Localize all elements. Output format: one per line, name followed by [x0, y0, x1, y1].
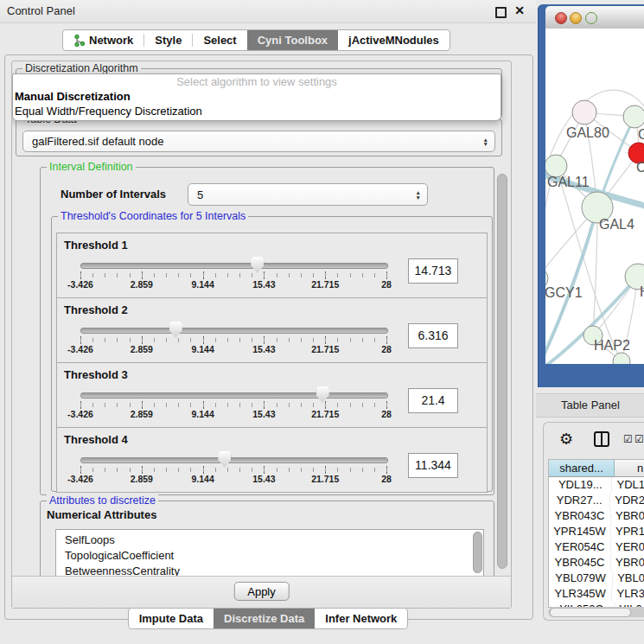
column-header-name[interactable]: n — [615, 460, 644, 477]
list-scrollbar[interactable] — [473, 532, 482, 573]
checkbox-icon[interactable]: ☑ — [634, 433, 644, 445]
tick-label: 28 — [381, 344, 392, 354]
mac-close-button[interactable] — [555, 12, 567, 24]
table-data-combobox[interactable]: galFiltered.sif default node ▲▼ — [22, 131, 495, 152]
cell: YBR045C — [549, 555, 611, 571]
tab-discretize-data-label: Discretize Data — [224, 612, 304, 625]
table-toolbar: ⚙ ☑ ☑ — [544, 428, 644, 452]
attributes-group: Attributes to discretize Numerical Attri… — [40, 501, 494, 577]
tick-label: -3.426 — [67, 409, 93, 419]
apply-button[interactable]: Apply — [233, 582, 290, 601]
cell: YBR0 — [611, 508, 644, 524]
float-window-icon[interactable] — [495, 7, 507, 18]
tick-labels: -3.426 2.859 9.144 15.43 21.715 28 — [80, 344, 386, 355]
threshold-1-slider[interactable] — [80, 263, 388, 269]
settings-scrollbar[interactable] — [497, 174, 507, 569]
threshold-label: Threshold 4 — [64, 433, 128, 446]
gear-icon[interactable]: ⚙ — [559, 430, 573, 449]
threshold-4-slider[interactable] — [80, 457, 388, 463]
cell: YBR043C — [549, 508, 611, 524]
cell: YER054C — [549, 539, 611, 555]
threshold-3-panel: Threshold 3 -3.426 2.859 9.144 15.43 — [56, 362, 488, 428]
tab-network-label: Network — [89, 34, 133, 47]
tab-cyni-toolbox[interactable]: Cyni Toolbox — [247, 30, 338, 50]
tick-labels: -3.426 2.859 9.144 15.43 21.715 28 — [80, 409, 386, 420]
tick-label: 15.43 — [252, 344, 275, 354]
threshold-4-value-field[interactable]: 11.344 — [408, 453, 458, 478]
table-row[interactable]: YDR27...YDR2 — [549, 493, 644, 508]
list-item[interactable]: SelfLoops — [56, 532, 483, 548]
network-window-titlebar — [545, 6, 644, 29]
bottom-tab-strip: Impute Data Discretize Data Infer Networ… — [128, 608, 409, 629]
tick-labels: -3.426 2.859 9.144 15.43 21.715 28 — [80, 279, 386, 290]
tick-label: 2.859 — [131, 409, 153, 419]
tick-label: 21.715 — [311, 279, 339, 290]
tick-label: 21.715 — [311, 474, 339, 484]
slider-minor-ticks — [80, 273, 388, 277]
threshold-2-value-field[interactable]: 6.316 — [408, 323, 458, 348]
tab-select[interactable]: Select — [193, 30, 246, 50]
tab-style[interactable]: Style — [144, 30, 192, 50]
table-row[interactable]: YBL079WYBL0 — [549, 571, 644, 586]
threshold-3-slider[interactable] — [80, 392, 388, 399]
tick-label: 2.859 — [131, 474, 153, 484]
tick-label: 21.715 — [311, 409, 339, 419]
network-window: GAL80 G C GAL11 GAL4 GCY1 H HAP2 — [538, 4, 644, 387]
panel-title: Control Panel — [7, 4, 75, 17]
table-row[interactable]: YLR345WYLR3 — [549, 586, 644, 602]
threshold-label: Threshold 3 — [64, 368, 128, 381]
cell: YDR2 — [610, 493, 644, 508]
tick-label: 2.859 — [131, 344, 153, 354]
network-icon — [73, 35, 85, 47]
node-label: H — [640, 284, 644, 300]
tick-label: 9.144 — [191, 279, 214, 290]
table-data-value: galFiltered.sif default node — [32, 131, 163, 151]
threshold-4-panel: Threshold 4 -3.426 2.859 9.144 15.43 — [56, 427, 488, 493]
threshold-rows: Threshold 1 -3.426 2.859 9.144 15.43 — [56, 233, 486, 493]
algorithm-dropdown-popup: Select algorithm to view settings Manual… — [12, 73, 501, 121]
settings-footer: Apply — [12, 576, 511, 608]
tick-labels: -3.426 2.859 9.144 15.43 21.715 28 — [80, 474, 386, 485]
column-header-shared-name[interactable]: shared... — [549, 460, 615, 477]
network-graph — [545, 29, 644, 364]
tab-discretize-data[interactable]: Discretize Data — [214, 609, 315, 628]
number-of-intervals-combobox[interactable]: 5 ▲▼ — [188, 183, 428, 206]
threshold-3-value-field[interactable]: 21.4 — [408, 388, 458, 413]
scrollbar-thumb[interactable] — [550, 608, 631, 617]
top-tab-bar: Network Style Select Cyni Toolbox jActiv… — [62, 29, 450, 51]
mac-minimize-button[interactable] — [570, 12, 582, 24]
cell: YPR145W — [549, 524, 611, 539]
tab-select-label: Select — [203, 34, 236, 47]
cell: YLR345W — [549, 586, 612, 602]
table-row[interactable]: YDL19...YDL1 — [549, 477, 644, 493]
threshold-2-slider[interactable] — [80, 328, 388, 334]
node-label: GAL4 — [599, 217, 634, 233]
interval-group-title: Interval Definition — [47, 161, 136, 173]
threshold-1-value-field[interactable]: 14.713 — [408, 258, 458, 284]
dropdown-option-equal-width[interactable]: Equal Width/Frequency Discretization — [13, 104, 501, 118]
tick-label: -3.426 — [67, 279, 93, 290]
tab-jactivemnodules[interactable]: jActiveMNodules — [338, 30, 450, 50]
table-row[interactable]: YER054CYER0 — [549, 539, 644, 555]
table-horizontal-scrollbar[interactable] — [548, 607, 644, 617]
tab-impute-data[interactable]: Impute Data — [129, 609, 214, 628]
control-panel-titlebar: Control Panel ✕ — [0, 0, 536, 23]
checkbox-icon[interactable]: ☑ — [623, 433, 633, 445]
node-label: HAP2 — [594, 338, 630, 354]
tab-network[interactable]: Network — [63, 30, 143, 50]
tick-label: 28 — [381, 409, 392, 419]
table-row[interactable]: YBR045CYBR0 — [549, 555, 644, 571]
node-label: GAL11 — [547, 175, 590, 190]
number-of-intervals-value: 5 — [197, 184, 203, 205]
table-row[interactable]: YBR043CYBR0 — [549, 508, 644, 524]
table-row[interactable]: YPR145WYPR1 — [549, 524, 644, 539]
list-item[interactable]: BetweennessCentrality — [56, 564, 483, 577]
bottom-tab-bar: Impute Data Discretize Data Infer Networ… — [0, 608, 536, 629]
mac-zoom-button[interactable] — [585, 12, 597, 24]
tab-infer-network[interactable]: Infer Network — [315, 609, 407, 628]
list-item[interactable]: TopologicalCoefficient — [56, 548, 483, 564]
close-icon[interactable]: ✕ — [514, 3, 525, 17]
columns-icon[interactable] — [594, 431, 609, 447]
dropdown-option-manual[interactable]: Manual Discretization — [13, 89, 501, 104]
network-canvas[interactable]: GAL80 G C GAL11 GAL4 GCY1 H HAP2 — [545, 29, 644, 364]
